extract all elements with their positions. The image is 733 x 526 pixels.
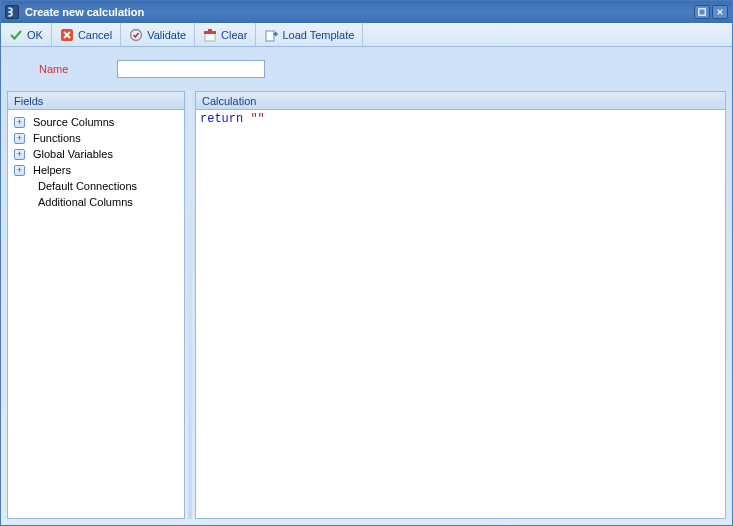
tree-label: Source Columns — [33, 116, 114, 128]
validate-icon — [129, 28, 143, 42]
tree-item-additional-columns[interactable]: Additional Columns — [10, 194, 182, 210]
code-keyword: return — [200, 112, 243, 126]
calculation-panel: Calculation return "" — [195, 91, 726, 519]
svg-rect-3 — [205, 33, 215, 41]
load-template-label: Load Template — [282, 29, 354, 41]
tree-label: Global Variables — [33, 148, 113, 160]
app-icon — [5, 5, 19, 19]
clear-icon — [203, 28, 217, 42]
cancel-icon — [60, 28, 74, 42]
ok-button[interactable]: OK — [1, 23, 52, 46]
validate-button[interactable]: Validate — [121, 23, 195, 46]
svg-rect-0 — [699, 9, 705, 15]
fields-tree: + Source Columns + Functions + Global Va… — [8, 110, 184, 518]
tree-item-helpers[interactable]: + Helpers — [10, 162, 182, 178]
code-string: "" — [243, 112, 265, 126]
svg-rect-5 — [208, 29, 212, 31]
window-title: Create new calculation — [25, 6, 144, 18]
load-template-button[interactable]: Load Template — [256, 23, 363, 46]
close-icon[interactable] — [712, 5, 728, 19]
name-label: Name — [39, 63, 117, 75]
splitter[interactable] — [188, 91, 192, 519]
tree-item-global-variables[interactable]: + Global Variables — [10, 146, 182, 162]
name-row: Name — [1, 47, 732, 91]
name-input[interactable] — [117, 60, 265, 78]
load-template-icon — [264, 28, 278, 42]
expand-icon[interactable]: + — [14, 149, 25, 160]
dialog-window: Create new calculation OK Cancel Validat… — [0, 0, 733, 526]
svg-rect-6 — [266, 31, 274, 41]
tree-item-source-columns[interactable]: + Source Columns — [10, 114, 182, 130]
toolbar: OK Cancel Validate Clear Load Template — [1, 23, 732, 47]
expand-icon[interactable]: + — [14, 165, 25, 176]
cancel-label: Cancel — [78, 29, 112, 41]
tree-label: Functions — [33, 132, 81, 144]
main-area: Fields + Source Columns + Functions + Gl… — [1, 91, 732, 525]
tree-label: Additional Columns — [38, 196, 133, 208]
clear-label: Clear — [221, 29, 247, 41]
svg-rect-4 — [204, 31, 216, 34]
maximize-icon[interactable] — [694, 5, 710, 19]
calculation-editor[interactable]: return "" — [196, 110, 725, 518]
expand-icon[interactable]: + — [14, 117, 25, 128]
titlebar: Create new calculation — [1, 1, 732, 23]
fields-header: Fields — [8, 92, 184, 110]
expand-icon[interactable]: + — [14, 133, 25, 144]
tree-label: Default Connections — [38, 180, 137, 192]
fields-panel: Fields + Source Columns + Functions + Gl… — [7, 91, 185, 519]
tree-label: Helpers — [33, 164, 71, 176]
tree-item-functions[interactable]: + Functions — [10, 130, 182, 146]
tree-item-default-connections[interactable]: Default Connections — [10, 178, 182, 194]
clear-button[interactable]: Clear — [195, 23, 256, 46]
calculation-header: Calculation — [196, 92, 725, 110]
ok-label: OK — [27, 29, 43, 41]
validate-label: Validate — [147, 29, 186, 41]
check-icon — [9, 28, 23, 42]
cancel-button[interactable]: Cancel — [52, 23, 121, 46]
